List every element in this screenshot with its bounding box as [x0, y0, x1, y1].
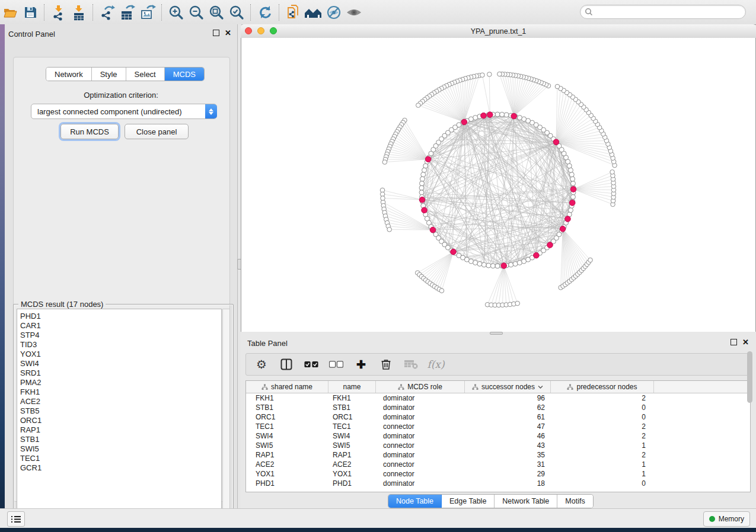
mcds-hub-node[interactable] [481, 113, 487, 118]
table-cell[interactable]: TEC1 [328, 422, 376, 431]
column-header-name[interactable]: name [328, 381, 376, 393]
mcds-hub-node[interactable] [487, 112, 493, 118]
import-network-icon[interactable] [49, 3, 69, 22]
table-row[interactable]: PHD1PHD1dominator180 [246, 479, 750, 488]
table-cell[interactable]: connector [376, 460, 465, 469]
float-panel-icon[interactable] [213, 30, 219, 36]
table-cell[interactable]: YOX1 [328, 470, 376, 478]
table-cell[interactable]: STB1 [328, 403, 376, 412]
show-eye-icon[interactable] [344, 3, 364, 22]
table-cell[interactable]: 35 [465, 451, 551, 459]
show-all-icon[interactable] [304, 3, 324, 22]
mcds-result-item[interactable]: ACE2 [20, 397, 221, 406]
table-row[interactable]: SWI4SWI4dominator462 [246, 431, 750, 441]
mcds-result-item[interactable]: ORC1 [20, 416, 221, 425]
export-image-icon[interactable] [138, 3, 158, 22]
table-row[interactable]: TEC1TEC1connector472 [246, 422, 750, 431]
table-cell[interactable]: 1 [551, 460, 654, 469]
clear-checkboxes-icon[interactable] [329, 357, 343, 371]
table-scrollbar[interactable] [747, 350, 754, 443]
mcds-result-item[interactable]: STP4 [20, 331, 221, 340]
add-column-icon[interactable]: ✚ [354, 357, 368, 371]
tab-edge-table[interactable]: Edge Table [442, 495, 495, 508]
mcds-result-item[interactable]: PHD1 [20, 312, 221, 321]
table-cell[interactable]: SWI4 [246, 432, 328, 440]
table-row[interactable]: ACE2ACE2connector311 [246, 460, 750, 469]
zoom-selected-icon[interactable] [227, 3, 247, 22]
table-row[interactable]: FKH1FKH1dominator962 [246, 393, 750, 403]
table-cell[interactable]: YOX1 [246, 470, 328, 478]
tab-style[interactable]: Style [92, 68, 126, 81]
mcds-result-item[interactable]: RAP1 [20, 425, 221, 435]
table-cell[interactable]: 0 [551, 413, 654, 421]
delete-column-icon[interactable] [379, 357, 393, 371]
mcds-hub-node[interactable] [425, 156, 431, 162]
table-cell[interactable]: 1 [551, 470, 654, 478]
column-header-shared-name[interactable]: shared name [246, 381, 328, 393]
settings-gear-icon[interactable]: ⚙ [254, 357, 269, 371]
mcds-result-item[interactable]: SWI5 [20, 444, 221, 454]
scrollbar-thumb[interactable] [747, 351, 752, 403]
refresh-layout-icon[interactable] [255, 3, 275, 22]
zoom-fit-icon[interactable] [206, 3, 227, 22]
table-cell[interactable]: dominator [376, 479, 465, 488]
mcds-result-item[interactable]: SRD1 [20, 368, 221, 378]
mcds-hub-node[interactable] [534, 252, 540, 258]
table-cell[interactable]: FKH1 [246, 394, 328, 402]
close-icon[interactable]: ✕ [742, 339, 749, 345]
table-cell[interactable]: TEC1 [246, 422, 328, 431]
mcds-hub-node[interactable] [570, 187, 576, 193]
table-cell[interactable]: ORC1 [246, 413, 328, 421]
import-table-icon[interactable] [69, 3, 89, 22]
column-header-predecessor-nodes[interactable]: predecessor nodes [551, 381, 654, 393]
network-window-titlebar[interactable]: YPA_prune.txt_1 [241, 24, 756, 39]
table-cell[interactable]: 31 [465, 460, 551, 469]
mcds-hub-node[interactable] [501, 263, 507, 269]
tab-network[interactable]: Network [46, 68, 92, 81]
tab-network-table[interactable]: Network Table [495, 495, 557, 508]
zoom-out-icon[interactable] [186, 3, 206, 22]
mcds-result-item[interactable]: TEC1 [20, 454, 221, 463]
close-icon[interactable]: ✕ [225, 30, 231, 36]
table-cell[interactable]: 0 [551, 479, 654, 488]
tab-select[interactable]: Select [126, 68, 165, 81]
mcds-result-item[interactable]: CAR1 [20, 321, 221, 331]
table-cell[interactable]: 2 [551, 394, 654, 402]
open-file-icon[interactable] [0, 3, 20, 22]
mcds-result-item[interactable]: SWI4 [20, 359, 221, 368]
mcds-hub-node[interactable] [419, 197, 425, 203]
table-cell[interactable]: 47 [465, 422, 551, 431]
mcds-hub-node[interactable] [569, 200, 575, 206]
mcds-hub-node[interactable] [511, 113, 517, 119]
table-cell[interactable]: 2 [551, 422, 654, 431]
table-cell[interactable]: 2 [551, 432, 654, 440]
optimization-criterion-select[interactable]: largest connected component (undirected) [31, 104, 217, 119]
table-cell[interactable]: PHD1 [246, 479, 328, 488]
tab-motifs[interactable]: Motifs [557, 495, 592, 508]
table-cell[interactable]: dominator [376, 451, 465, 459]
mcds-hub-node[interactable] [547, 242, 553, 248]
table-cell[interactable]: STB1 [246, 403, 328, 412]
mcds-list-scrollbar[interactable] [222, 309, 230, 517]
table-cell[interactable]: 29 [465, 470, 551, 478]
task-history-button[interactable] [7, 511, 25, 527]
mcds-result-item[interactable]: YOX1 [20, 350, 221, 359]
table-cell[interactable]: 0 [551, 403, 654, 412]
mcds-hub-node[interactable] [422, 207, 428, 213]
mcds-hub-node[interactable] [430, 227, 436, 233]
table-cell[interactable]: ACE2 [328, 460, 376, 469]
mcds-hub-node[interactable] [565, 216, 571, 222]
table-row[interactable]: YOX1YOX1connector291 [246, 469, 750, 479]
mcds-result-item[interactable]: STB5 [20, 406, 221, 416]
float-panel-icon[interactable] [731, 339, 737, 345]
mcds-result-item[interactable]: FKH1 [20, 387, 221, 397]
column-layout-icon[interactable] [279, 357, 294, 371]
table-row[interactable]: RAP1RAP1dominator352 [246, 450, 750, 460]
clone-network-icon[interactable] [283, 3, 304, 22]
table-cell[interactable]: 43 [465, 441, 551, 450]
column-header-successor-nodes[interactable]: successor nodes [465, 381, 551, 393]
mcds-hub-node[interactable] [451, 249, 457, 255]
table-cell[interactable]: connector [376, 422, 465, 431]
table-cell[interactable]: 46 [465, 432, 551, 440]
mcds-result-item[interactable]: TID3 [20, 340, 221, 350]
